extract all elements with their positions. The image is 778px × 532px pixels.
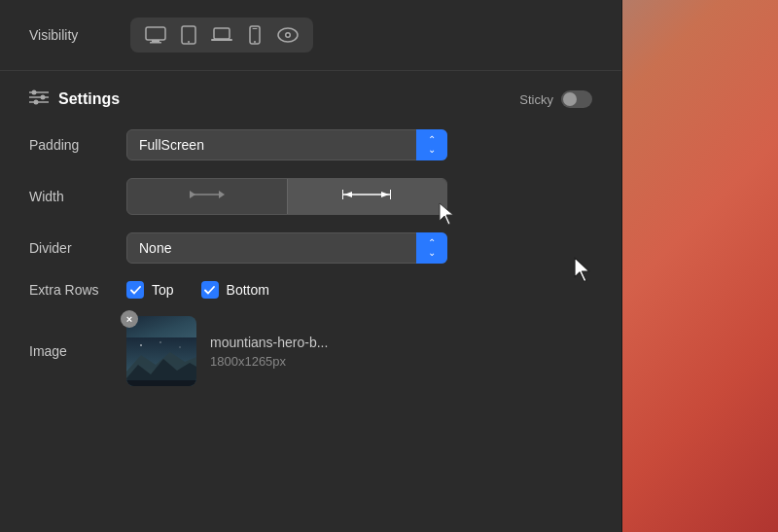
laptop-icon[interactable]: [206, 22, 237, 48]
svg-rect-5: [214, 28, 230, 39]
sidebar-panel: Visibility: [0, 0, 622, 532]
divider-row: Divider None: [29, 232, 592, 264]
width-option-full[interactable]: [287, 179, 447, 214]
settings-header: Settings Sticky: [29, 89, 592, 110]
desktop-icon[interactable]: [140, 22, 171, 48]
image-dimensions: 1800x1265px: [210, 354, 328, 369]
image-thumb-inner: [126, 316, 196, 386]
svg-marker-21: [219, 191, 225, 198]
divider-select-wrapper: None: [126, 232, 447, 264]
svg-marker-26: [381, 192, 389, 197]
svg-rect-1: [152, 40, 159, 42]
svg-rect-0: [146, 27, 165, 40]
svg-point-18: [34, 100, 39, 105]
settings-title-group: Settings: [29, 89, 120, 110]
svg-point-14: [32, 90, 37, 95]
svg-point-29: [159, 341, 161, 343]
svg-point-8: [254, 41, 256, 43]
visibility-label: Visibility: [29, 27, 107, 43]
bottom-checkbox-group: Bottom: [201, 281, 269, 299]
svg-point-30: [179, 346, 180, 347]
divider-select[interactable]: None: [126, 232, 447, 264]
divider-label: Divider: [29, 240, 126, 256]
image-thumbnail: ×: [126, 316, 196, 386]
width-control: [126, 178, 447, 215]
bottom-label: Bottom: [227, 282, 269, 298]
top-checkbox[interactable]: [126, 281, 144, 299]
visibility-row: Visibility: [0, 0, 621, 71]
padding-select-arrow[interactable]: [416, 129, 447, 160]
image-filename: mountians-hero-b...: [210, 335, 328, 350]
bottom-checkbox[interactable]: [201, 281, 219, 299]
divider-select-arrow[interactable]: [416, 232, 447, 264]
svg-point-16: [41, 95, 46, 100]
width-option-narrow[interactable]: [127, 179, 287, 214]
image-label: Image: [29, 343, 126, 359]
width-label: Width: [29, 189, 126, 204]
sticky-toggle[interactable]: [561, 90, 592, 108]
sticky-label: Sticky: [519, 92, 553, 107]
mobile-icon[interactable]: [239, 22, 270, 48]
svg-rect-6: [211, 39, 232, 41]
padding-select[interactable]: FullScreen: [126, 129, 447, 160]
image-row: Image ×: [29, 316, 592, 386]
top-checkbox-group: Top: [126, 281, 174, 299]
mountain-thumbnail-svg: [126, 337, 196, 386]
top-label: Top: [152, 282, 174, 298]
svg-rect-2: [150, 42, 161, 44]
remove-image-button[interactable]: ×: [121, 310, 138, 328]
width-narrow-icon: [188, 187, 227, 206]
svg-point-28: [140, 344, 142, 346]
padding-select-wrapper: FullScreen: [126, 129, 447, 160]
sticky-group: Sticky: [519, 90, 592, 108]
svg-point-12: [287, 34, 290, 37]
settings-sliders-icon: [29, 89, 49, 110]
image-thumb-area: ×: [126, 316, 328, 386]
settings-section: Settings Sticky Padding FullScreen Width: [0, 71, 621, 421]
svg-rect-9: [253, 28, 258, 29]
eye-icon[interactable]: [272, 22, 303, 48]
visibility-icons-group: [130, 18, 313, 53]
tablet-icon[interactable]: [173, 22, 204, 48]
image-info: mountians-hero-b... 1800x1265px: [210, 335, 328, 369]
width-row: Width: [29, 178, 592, 215]
extra-rows-label: Extra Rows: [29, 282, 126, 298]
width-full-icon: [342, 187, 391, 206]
extra-rows-group: Top Bottom: [126, 281, 269, 299]
padding-row: Padding FullScreen: [29, 129, 592, 160]
svg-rect-33: [126, 380, 196, 386]
svg-point-4: [188, 41, 190, 43]
svg-marker-25: [344, 192, 352, 197]
padding-label: Padding: [29, 137, 126, 153]
extra-rows-row: Extra Rows Top Botto: [29, 281, 592, 299]
settings-title: Settings: [58, 90, 120, 108]
